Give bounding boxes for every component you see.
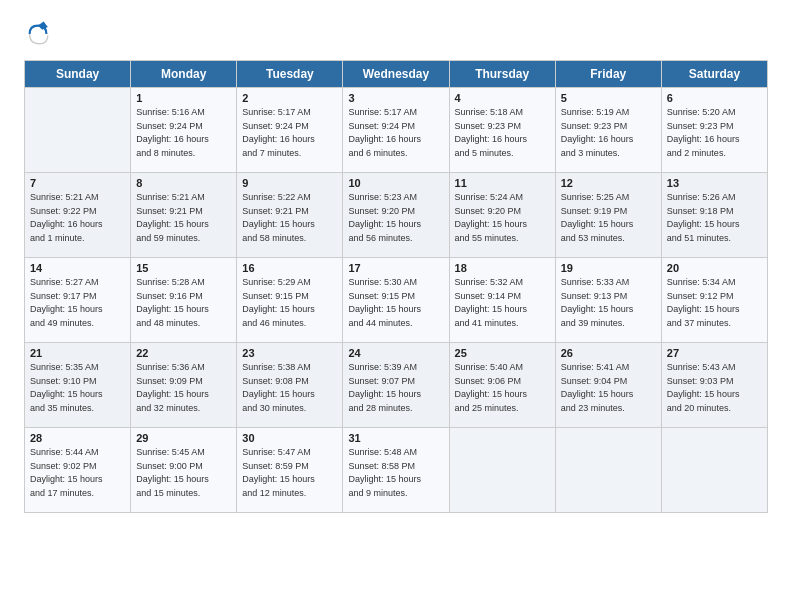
cell-info: Sunrise: 5:38 AMSunset: 9:08 PMDaylight:… xyxy=(242,361,337,415)
cell-info: Sunrise: 5:39 AMSunset: 9:07 PMDaylight:… xyxy=(348,361,443,415)
day-number: 5 xyxy=(561,92,656,104)
day-number: 26 xyxy=(561,347,656,359)
cell-info: Sunrise: 5:36 AMSunset: 9:09 PMDaylight:… xyxy=(136,361,231,415)
calendar-cell xyxy=(449,428,555,513)
calendar-cell: 15Sunrise: 5:28 AMSunset: 9:16 PMDayligh… xyxy=(131,258,237,343)
day-number: 7 xyxy=(30,177,125,189)
calendar-cell: 8Sunrise: 5:21 AMSunset: 9:21 PMDaylight… xyxy=(131,173,237,258)
day-number: 27 xyxy=(667,347,762,359)
day-number: 17 xyxy=(348,262,443,274)
calendar-week-row: 14Sunrise: 5:27 AMSunset: 9:17 PMDayligh… xyxy=(25,258,768,343)
calendar-cell: 21Sunrise: 5:35 AMSunset: 9:10 PMDayligh… xyxy=(25,343,131,428)
calendar-cell: 25Sunrise: 5:40 AMSunset: 9:06 PMDayligh… xyxy=(449,343,555,428)
cell-info: Sunrise: 5:32 AMSunset: 9:14 PMDaylight:… xyxy=(455,276,550,330)
calendar-cell: 11Sunrise: 5:24 AMSunset: 9:20 PMDayligh… xyxy=(449,173,555,258)
calendar-cell: 28Sunrise: 5:44 AMSunset: 9:02 PMDayligh… xyxy=(25,428,131,513)
header-wednesday: Wednesday xyxy=(343,61,449,88)
day-number: 28 xyxy=(30,432,125,444)
cell-info: Sunrise: 5:30 AMSunset: 9:15 PMDaylight:… xyxy=(348,276,443,330)
cell-info: Sunrise: 5:45 AMSunset: 9:00 PMDaylight:… xyxy=(136,446,231,500)
calendar-week-row: 21Sunrise: 5:35 AMSunset: 9:10 PMDayligh… xyxy=(25,343,768,428)
day-number: 16 xyxy=(242,262,337,274)
cell-info: Sunrise: 5:47 AMSunset: 8:59 PMDaylight:… xyxy=(242,446,337,500)
calendar-cell: 16Sunrise: 5:29 AMSunset: 9:15 PMDayligh… xyxy=(237,258,343,343)
calendar-cell: 9Sunrise: 5:22 AMSunset: 9:21 PMDaylight… xyxy=(237,173,343,258)
calendar-cell: 24Sunrise: 5:39 AMSunset: 9:07 PMDayligh… xyxy=(343,343,449,428)
cell-info: Sunrise: 5:28 AMSunset: 9:16 PMDaylight:… xyxy=(136,276,231,330)
cell-info: Sunrise: 5:22 AMSunset: 9:21 PMDaylight:… xyxy=(242,191,337,245)
calendar-header-row: SundayMondayTuesdayWednesdayThursdayFrid… xyxy=(25,61,768,88)
cell-info: Sunrise: 5:43 AMSunset: 9:03 PMDaylight:… xyxy=(667,361,762,415)
day-number: 9 xyxy=(242,177,337,189)
calendar-cell: 27Sunrise: 5:43 AMSunset: 9:03 PMDayligh… xyxy=(661,343,767,428)
calendar-cell: 14Sunrise: 5:27 AMSunset: 9:17 PMDayligh… xyxy=(25,258,131,343)
logo-icon xyxy=(24,20,52,48)
calendar-cell xyxy=(555,428,661,513)
day-number: 25 xyxy=(455,347,550,359)
header-friday: Friday xyxy=(555,61,661,88)
day-number: 19 xyxy=(561,262,656,274)
calendar-week-row: 7Sunrise: 5:21 AMSunset: 9:22 PMDaylight… xyxy=(25,173,768,258)
day-number: 18 xyxy=(455,262,550,274)
calendar-cell: 3Sunrise: 5:17 AMSunset: 9:24 PMDaylight… xyxy=(343,88,449,173)
calendar-cell: 31Sunrise: 5:48 AMSunset: 8:58 PMDayligh… xyxy=(343,428,449,513)
calendar-cell: 2Sunrise: 5:17 AMSunset: 9:24 PMDaylight… xyxy=(237,88,343,173)
cell-info: Sunrise: 5:34 AMSunset: 9:12 PMDaylight:… xyxy=(667,276,762,330)
calendar-cell: 13Sunrise: 5:26 AMSunset: 9:18 PMDayligh… xyxy=(661,173,767,258)
cell-info: Sunrise: 5:17 AMSunset: 9:24 PMDaylight:… xyxy=(242,106,337,160)
cell-info: Sunrise: 5:21 AMSunset: 9:21 PMDaylight:… xyxy=(136,191,231,245)
calendar-cell: 6Sunrise: 5:20 AMSunset: 9:23 PMDaylight… xyxy=(661,88,767,173)
day-number: 21 xyxy=(30,347,125,359)
calendar-week-row: 1Sunrise: 5:16 AMSunset: 9:24 PMDaylight… xyxy=(25,88,768,173)
header-sunday: Sunday xyxy=(25,61,131,88)
day-number: 15 xyxy=(136,262,231,274)
cell-info: Sunrise: 5:44 AMSunset: 9:02 PMDaylight:… xyxy=(30,446,125,500)
day-number: 14 xyxy=(30,262,125,274)
day-number: 20 xyxy=(667,262,762,274)
calendar-cell: 4Sunrise: 5:18 AMSunset: 9:23 PMDaylight… xyxy=(449,88,555,173)
calendar-week-row: 28Sunrise: 5:44 AMSunset: 9:02 PMDayligh… xyxy=(25,428,768,513)
header-tuesday: Tuesday xyxy=(237,61,343,88)
cell-info: Sunrise: 5:29 AMSunset: 9:15 PMDaylight:… xyxy=(242,276,337,330)
day-number: 11 xyxy=(455,177,550,189)
day-number: 22 xyxy=(136,347,231,359)
day-number: 12 xyxy=(561,177,656,189)
calendar-cell: 30Sunrise: 5:47 AMSunset: 8:59 PMDayligh… xyxy=(237,428,343,513)
cell-info: Sunrise: 5:24 AMSunset: 9:20 PMDaylight:… xyxy=(455,191,550,245)
header-monday: Monday xyxy=(131,61,237,88)
cell-info: Sunrise: 5:20 AMSunset: 9:23 PMDaylight:… xyxy=(667,106,762,160)
day-number: 6 xyxy=(667,92,762,104)
calendar-cell: 10Sunrise: 5:23 AMSunset: 9:20 PMDayligh… xyxy=(343,173,449,258)
calendar-cell: 23Sunrise: 5:38 AMSunset: 9:08 PMDayligh… xyxy=(237,343,343,428)
cell-info: Sunrise: 5:17 AMSunset: 9:24 PMDaylight:… xyxy=(348,106,443,160)
day-number: 30 xyxy=(242,432,337,444)
day-number: 31 xyxy=(348,432,443,444)
calendar-cell: 20Sunrise: 5:34 AMSunset: 9:12 PMDayligh… xyxy=(661,258,767,343)
cell-info: Sunrise: 5:19 AMSunset: 9:23 PMDaylight:… xyxy=(561,106,656,160)
cell-info: Sunrise: 5:48 AMSunset: 8:58 PMDaylight:… xyxy=(348,446,443,500)
cell-info: Sunrise: 5:35 AMSunset: 9:10 PMDaylight:… xyxy=(30,361,125,415)
calendar-cell: 18Sunrise: 5:32 AMSunset: 9:14 PMDayligh… xyxy=(449,258,555,343)
calendar-cell xyxy=(661,428,767,513)
cell-info: Sunrise: 5:40 AMSunset: 9:06 PMDaylight:… xyxy=(455,361,550,415)
calendar-cell: 22Sunrise: 5:36 AMSunset: 9:09 PMDayligh… xyxy=(131,343,237,428)
calendar-cell: 19Sunrise: 5:33 AMSunset: 9:13 PMDayligh… xyxy=(555,258,661,343)
day-number: 10 xyxy=(348,177,443,189)
cell-info: Sunrise: 5:23 AMSunset: 9:20 PMDaylight:… xyxy=(348,191,443,245)
calendar-cell: 1Sunrise: 5:16 AMSunset: 9:24 PMDaylight… xyxy=(131,88,237,173)
calendar-cell xyxy=(25,88,131,173)
day-number: 4 xyxy=(455,92,550,104)
calendar-cell: 29Sunrise: 5:45 AMSunset: 9:00 PMDayligh… xyxy=(131,428,237,513)
day-number: 24 xyxy=(348,347,443,359)
day-number: 8 xyxy=(136,177,231,189)
calendar-cell: 12Sunrise: 5:25 AMSunset: 9:19 PMDayligh… xyxy=(555,173,661,258)
cell-info: Sunrise: 5:26 AMSunset: 9:18 PMDaylight:… xyxy=(667,191,762,245)
cell-info: Sunrise: 5:25 AMSunset: 9:19 PMDaylight:… xyxy=(561,191,656,245)
cell-info: Sunrise: 5:33 AMSunset: 9:13 PMDaylight:… xyxy=(561,276,656,330)
calendar-cell: 7Sunrise: 5:21 AMSunset: 9:22 PMDaylight… xyxy=(25,173,131,258)
calendar-cell: 5Sunrise: 5:19 AMSunset: 9:23 PMDaylight… xyxy=(555,88,661,173)
header-thursday: Thursday xyxy=(449,61,555,88)
cell-info: Sunrise: 5:21 AMSunset: 9:22 PMDaylight:… xyxy=(30,191,125,245)
calendar-table: SundayMondayTuesdayWednesdayThursdayFrid… xyxy=(24,60,768,513)
day-number: 29 xyxy=(136,432,231,444)
